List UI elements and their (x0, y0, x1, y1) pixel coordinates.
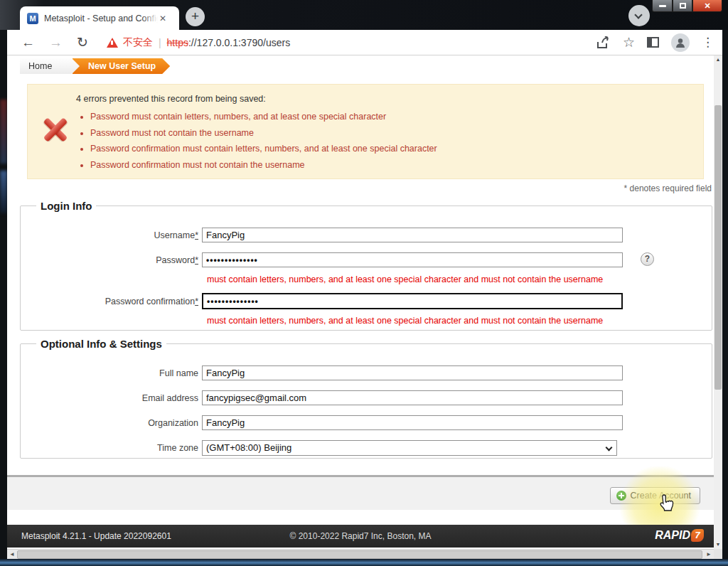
back-button[interactable]: ← (21, 35, 35, 50)
error-heading: 4 errors prevented this record from bein… (76, 94, 266, 104)
select-chevron-icon (606, 444, 613, 452)
scroll-up-icon[interactable]: ▲ (714, 55, 722, 64)
scroll-left-icon[interactable]: ◄ (7, 550, 17, 560)
required-asterisk: * (195, 297, 198, 306)
error-summary-box: 4 errors prevented this record from bein… (27, 84, 704, 179)
full-name-input[interactable] (202, 365, 623, 380)
timezone-select[interactable]: (GMT+08:00) Beijing (202, 440, 617, 456)
side-panel-icon[interactable] (647, 37, 659, 48)
email-label: Email address (21, 393, 198, 403)
plus-icon (616, 491, 626, 501)
minimize-button[interactable] (652, 0, 673, 12)
required-asterisk: * (195, 255, 198, 265)
footer-copyright: © 2010-2022 Rapid7 Inc, Boston, MA (7, 531, 714, 541)
metasploit-favicon-icon: M (27, 13, 38, 24)
password-hint: must contain letters, numbers, and at le… (207, 274, 603, 284)
desktop-right-edge (722, 30, 728, 559)
rapid7-seven-icon: 7 (691, 529, 704, 542)
hand-cursor (658, 493, 675, 513)
breadcrumb-new-user-setup: New User Setup (73, 58, 170, 74)
password-help-icon[interactable]: ? (641, 252, 654, 266)
url-separator: | (159, 37, 161, 48)
bookmark-star-icon[interactable]: ☆ (623, 34, 635, 50)
optional-info-section: Optional Info & Settings Full name Email… (20, 338, 712, 459)
password-label: Password* (21, 255, 198, 265)
horizontal-scrollbar[interactable]: ◄ ► (7, 549, 714, 559)
timezone-label: Time zone (21, 443, 198, 453)
email-input[interactable] (202, 390, 623, 405)
url-text: ://127.0.0.1:3790/users (188, 37, 290, 48)
error-item: Password confirmation must not contain t… (90, 157, 437, 173)
vertical-scrollbar[interactable]: ▲ ▼ (714, 55, 722, 549)
browser-tab[interactable]: M Metasploit - Setup and Config ✕ (20, 6, 179, 30)
minimize-icon (659, 5, 666, 7)
organization-label: Organization (21, 418, 198, 428)
tab-close-icon[interactable]: ✕ (159, 14, 166, 23)
password-confirmation-hint: must contain letters, numbers, and at le… (207, 316, 603, 326)
error-list: Password must contain letters, numbers, … (90, 109, 437, 173)
organization-input[interactable] (202, 415, 623, 430)
url-scheme: https (167, 37, 188, 48)
person-icon (675, 37, 686, 48)
page-footer: Metasploit 4.21.1 - Update 2022092601 © … (7, 525, 714, 548)
full-name-label: Full name (21, 368, 198, 378)
scroll-right-icon[interactable]: ► (704, 550, 714, 560)
share-icon[interactable] (596, 36, 611, 49)
tab-title: Metasploit - Setup and Config (44, 14, 158, 23)
profile-avatar[interactable] (671, 33, 690, 52)
required-field-note: * denotes required field (624, 183, 712, 193)
password-input[interactable] (202, 252, 623, 267)
metasploit-new-user-page: Home New User Setup 4 errors prevented t… (7, 55, 714, 549)
close-window-button[interactable]: ✕ (692, 0, 722, 12)
password-confirmation-input[interactable] (202, 293, 623, 309)
error-item: Password must contain letters, numbers, … (90, 109, 437, 125)
error-x-icon (39, 113, 72, 146)
chevron-down-icon (634, 11, 642, 18)
maximize-button[interactable] (673, 0, 692, 12)
close-icon: ✕ (704, 2, 710, 10)
taskbar-edge (0, 559, 728, 566)
forward-button[interactable]: → (49, 35, 63, 50)
new-tab-button[interactable]: + (186, 7, 205, 26)
timezone-value: (GMT+08:00) Beijing (206, 442, 291, 453)
vertical-scroll-thumb[interactable] (714, 105, 722, 390)
error-item: Password confirmation must contain lette… (90, 141, 437, 157)
not-secure-label: 不安全 (123, 36, 153, 49)
login-info-legend: Login Info (36, 200, 96, 212)
error-item: Password must not contain the username (90, 125, 437, 142)
browser-menu-icon[interactable]: ⋮ (702, 35, 714, 50)
browser-titlebar: M Metasploit - Setup and Config ✕ + ✕ (0, 0, 728, 30)
reload-button[interactable]: ↻ (77, 34, 88, 50)
login-info-section: Login Info Username* Password* ? must co… (20, 200, 712, 331)
toolbar-actions: ☆ ⋮ (596, 33, 714, 52)
create-account-button[interactable]: Create Account (610, 487, 700, 504)
browser-toolbar: ← → ↻ 不安全 | https ://127.0.0.1:3790/user… (7, 30, 722, 55)
maximize-icon (680, 3, 686, 9)
breadcrumb-home[interactable]: Home (20, 58, 80, 74)
rapid7-logo: RAPID7 (655, 529, 704, 542)
scroll-down-icon[interactable]: ▼ (714, 540, 722, 549)
optional-info-legend: Optional Info & Settings (36, 338, 166, 350)
horizontal-scroll-thumb[interactable] (17, 550, 702, 559)
window-controls: ✕ (652, 0, 722, 12)
wallpaper-fragment (0, 100, 7, 164)
tab-search-button[interactable] (628, 5, 650, 26)
username-label: Username* (21, 230, 198, 240)
scrollbar-corner (714, 549, 722, 559)
password-confirmation-label: Password confirmation* (21, 297, 198, 306)
required-asterisk: * (195, 230, 198, 240)
wallpaper-fragment (0, 171, 7, 213)
not-secure-warning-icon (107, 38, 118, 48)
form-action-bar: Create Account (7, 475, 714, 510)
username-input[interactable] (202, 228, 623, 242)
address-bar[interactable]: 不安全 | https ://127.0.0.1:3790/users (107, 36, 290, 49)
